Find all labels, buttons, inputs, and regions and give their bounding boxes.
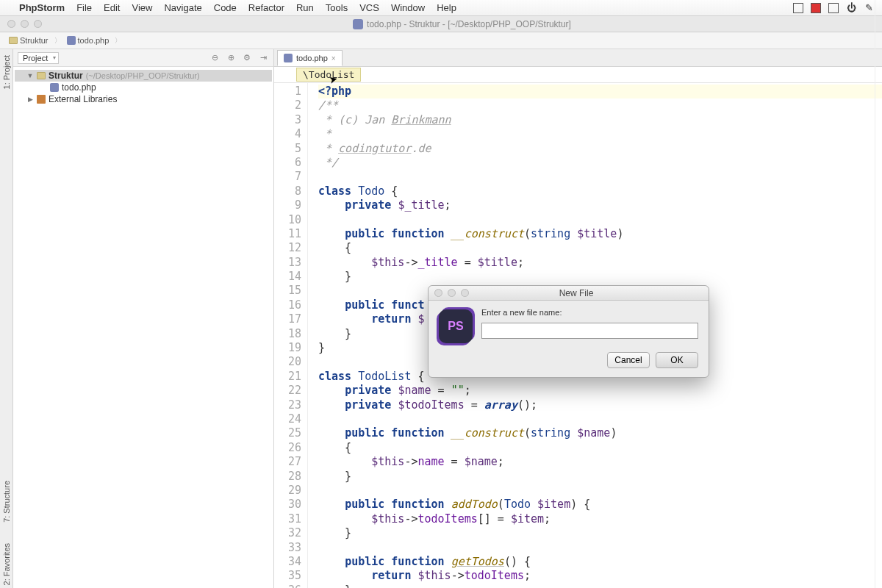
- editor-breadcrumb: \TodoList: [274, 67, 882, 83]
- tree-file[interactable]: todo.php: [15, 82, 272, 93]
- menu-tools[interactable]: Tools: [326, 2, 348, 13]
- window-title-text: todo.php - Struktur - [~/Desktop/PHP_OOP…: [367, 19, 571, 29]
- disclosure-triangle-icon[interactable]: ▶: [26, 96, 34, 103]
- filename-input[interactable]: [481, 323, 698, 339]
- tray-icon-evernote[interactable]: ✎: [863, 2, 875, 14]
- tray-icon-3[interactable]: [828, 2, 839, 14]
- menu-edit[interactable]: Edit: [104, 2, 120, 13]
- menu-refactor[interactable]: Refactor: [248, 2, 284, 13]
- zoom-window-icon[interactable]: [34, 20, 42, 28]
- menu-help[interactable]: Help: [437, 2, 456, 13]
- new-file-dialog: New File PS Enter a new file name: Cance…: [428, 285, 709, 378]
- editor-tabs: todo.php ×: [274, 49, 882, 67]
- error-stripe[interactable]: [875, 83, 882, 588]
- tree-root[interactable]: ▼ Struktur (~/Desktop/PHP_OOP/Struktur): [15, 70, 272, 82]
- project-view-selector[interactable]: Project: [18, 52, 59, 64]
- project-tool-window: Project ⊖ ⊕ ⚙ ⇥ ▼ Struktur (~/Desktop/PH…: [13, 49, 274, 588]
- hide-icon[interactable]: ⇥: [257, 52, 269, 64]
- gear-icon[interactable]: ⚙: [241, 52, 253, 64]
- editor-tab-label: todo.php: [296, 54, 328, 62]
- menu-run[interactable]: Run: [296, 2, 314, 13]
- dialog-label: Enter a new file name:: [481, 308, 698, 317]
- tree-root-path: (~/Desktop/PHP_OOP/Struktur): [86, 71, 200, 80]
- line-number-gutter: 1234567891011121314151617181920212223242…: [274, 83, 308, 588]
- menu-file[interactable]: File: [76, 2, 92, 13]
- left-tool-stripe: 1: Project 7: Structure 2: Favorites: [0, 49, 13, 588]
- disclosure-triangle-icon[interactable]: ▼: [26, 72, 34, 79]
- php-file-icon: [284, 54, 293, 62]
- editor-crumb-class[interactable]: \TodoList: [296, 68, 361, 82]
- dialog-zoom-icon: [461, 289, 469, 297]
- php-file-icon: [67, 36, 76, 45]
- tree-file-label: todo.php: [62, 82, 96, 93]
- dialog-minimize-icon: [448, 289, 456, 297]
- ok-button[interactable]: OK: [656, 352, 698, 368]
- target-icon[interactable]: ⊕: [225, 52, 237, 64]
- breadcrumb-file[interactable]: todo.php: [64, 35, 112, 46]
- chevron-right-icon: 〉: [115, 36, 121, 46]
- chevron-right-icon: 〉: [54, 36, 61, 46]
- tree-external-libraries[interactable]: ▶ External Libraries: [15, 93, 272, 105]
- tray-icon-1[interactable]: [792, 2, 804, 14]
- tree-lib-label: External Libraries: [49, 94, 117, 104]
- close-tab-icon[interactable]: ×: [331, 54, 336, 62]
- window-title: todo.php - Struktur - [~/Desktop/PHP_OOP…: [42, 19, 882, 29]
- app-name[interactable]: PhpStorm: [19, 2, 65, 13]
- dialog-titlebar[interactable]: New File: [429, 286, 709, 301]
- editor-tab-todo[interactable]: todo.php ×: [277, 50, 343, 66]
- project-tool-header: Project ⊖ ⊕ ⚙ ⇥: [13, 49, 273, 67]
- tray-icon-2[interactable]: [810, 2, 822, 14]
- dialog-title: New File: [469, 288, 709, 298]
- collapse-all-icon[interactable]: ⊖: [209, 52, 220, 64]
- phpstorm-app-icon: PS: [439, 309, 473, 343]
- menu-vcs: VCS: [359, 2, 379, 13]
- traffic-lights: [0, 20, 42, 28]
- folder-icon: [9, 37, 18, 44]
- menu-window[interactable]: Window: [391, 2, 425, 13]
- macos-menubar: PhpStorm File Edit View Navigate Code Re…: [0, 0, 882, 16]
- folder-icon: [37, 72, 46, 79]
- close-window-icon[interactable]: [7, 20, 15, 28]
- tray-icon-power[interactable]: ⏻: [845, 2, 857, 14]
- menu-code[interactable]: Code: [214, 2, 237, 13]
- fold-gutter[interactable]: [308, 83, 315, 588]
- tool-tab-favorites[interactable]: 2: Favorites: [1, 540, 12, 588]
- nav-breadcrumb: Struktur 〉 todo.php 〉: [0, 32, 882, 49]
- window-titlebar: todo.php - Struktur - [~/Desktop/PHP_OOP…: [0, 16, 882, 32]
- menu-view[interactable]: View: [132, 2, 152, 13]
- breadcrumb-file-label: todo.php: [78, 36, 110, 45]
- breadcrumb-root-label: Struktur: [20, 36, 49, 45]
- dialog-close-icon[interactable]: [434, 289, 442, 297]
- tool-tab-project[interactable]: 1: Project: [1, 52, 12, 92]
- tree-root-label: Struktur: [49, 71, 83, 81]
- cancel-button[interactable]: Cancel: [607, 352, 650, 368]
- minimize-window-icon[interactable]: [21, 20, 29, 28]
- project-tree[interactable]: ▼ Struktur (~/Desktop/PHP_OOP/Struktur) …: [13, 67, 273, 108]
- breadcrumb-root[interactable]: Struktur: [6, 35, 51, 46]
- php-file-icon: [353, 19, 363, 29]
- menubar-tray: ⏻ ✎: [792, 2, 875, 14]
- library-icon: [37, 95, 46, 104]
- menu-navigate[interactable]: Navigate: [164, 2, 201, 13]
- tool-tab-structure[interactable]: 7: Structure: [1, 478, 12, 526]
- php-file-icon: [50, 83, 59, 92]
